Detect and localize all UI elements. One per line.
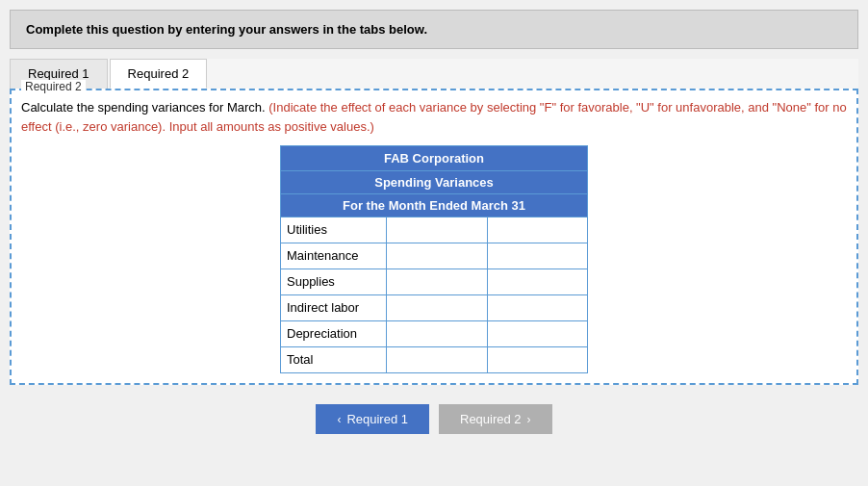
table-row: Maintenance (281, 243, 587, 269)
row-label-utilities: Utilities (281, 217, 387, 243)
input-supplies-variance[interactable] (488, 269, 588, 294)
indirect-labor-amount-input[interactable] (387, 295, 487, 320)
total-amount-input[interactable] (387, 347, 487, 372)
utilities-amount-input[interactable] (387, 217, 487, 243)
table-row: Indirect labor (281, 295, 587, 321)
table-date-header: For the Month Ended March 31 (281, 194, 587, 217)
input-maintenance-amount[interactable] (387, 243, 488, 269)
row-label-total: Total (281, 347, 387, 372)
bottom-navigation: ‹ Required 1 Required 2 › (10, 404, 858, 434)
table-row: Supplies (281, 269, 587, 295)
spending-variances-table: FAB Corporation Spending Variances For t… (280, 145, 588, 373)
depreciation-amount-input[interactable] (387, 321, 487, 346)
page-wrapper: Complete this question by entering your … (0, 0, 868, 486)
table-row: Depreciation (281, 321, 587, 347)
depreciation-variance-input[interactable] (488, 321, 588, 346)
input-depreciation-variance[interactable] (488, 321, 588, 346)
forward-required2-button[interactable]: Required 2 › (439, 404, 552, 434)
instruction-text: Complete this question by entering your … (26, 22, 427, 37)
floating-tab-label: Required 2 (21, 80, 86, 93)
table-row-total: Total (281, 347, 587, 372)
input-total-amount[interactable] (387, 347, 488, 372)
row-label-indirect-labor: Indirect labor (281, 295, 387, 320)
back-required1-button[interactable]: ‹ Required 1 (316, 404, 429, 434)
utilities-variance-input[interactable] (488, 217, 588, 243)
instruction-banner: Complete this question by entering your … (10, 10, 858, 49)
forward-button-label: Required 2 (460, 412, 522, 426)
input-maintenance-variance[interactable] (488, 243, 588, 269)
forward-chevron-icon: › (527, 413, 531, 426)
tab-row: Required 1 Required 2 (10, 59, 858, 89)
input-total-variance[interactable] (488, 347, 588, 372)
supplies-amount-input[interactable] (387, 269, 487, 294)
input-utilities-amount[interactable] (387, 217, 488, 243)
tab-required2[interactable]: Required 2 (110, 59, 208, 89)
input-indirect-labor-variance[interactable] (488, 295, 588, 320)
maintenance-variance-input[interactable] (488, 243, 588, 269)
input-utilities-variance[interactable] (488, 217, 588, 243)
tabs-area: Required 1 Required 2 Required 2 Calcula… (10, 59, 858, 385)
table-company-header: FAB Corporation (281, 146, 587, 171)
row-label-supplies: Supplies (281, 269, 387, 294)
table-row: Utilities (281, 217, 587, 243)
tab-content-area: Required 2 Calculate the spending varian… (10, 89, 858, 385)
back-chevron-icon: ‹ (337, 413, 341, 426)
instructions-text: Calculate the spending variances for Mar… (21, 98, 847, 136)
maintenance-amount-input[interactable] (387, 243, 487, 269)
input-depreciation-amount[interactable] (387, 321, 488, 346)
table-title-header: Spending Variances (281, 171, 587, 194)
input-supplies-amount[interactable] (387, 269, 488, 294)
instructions-black: Calculate the spending variances for Mar… (21, 100, 268, 115)
total-variance-input[interactable] (488, 347, 588, 372)
input-indirect-labor-amount[interactable] (387, 295, 488, 320)
supplies-variance-input[interactable] (488, 269, 588, 294)
row-label-depreciation: Depreciation (281, 321, 387, 346)
back-button-label: Required 1 (346, 412, 408, 426)
row-label-maintenance: Maintenance (281, 243, 387, 269)
indirect-labor-variance-input[interactable] (488, 295, 588, 320)
